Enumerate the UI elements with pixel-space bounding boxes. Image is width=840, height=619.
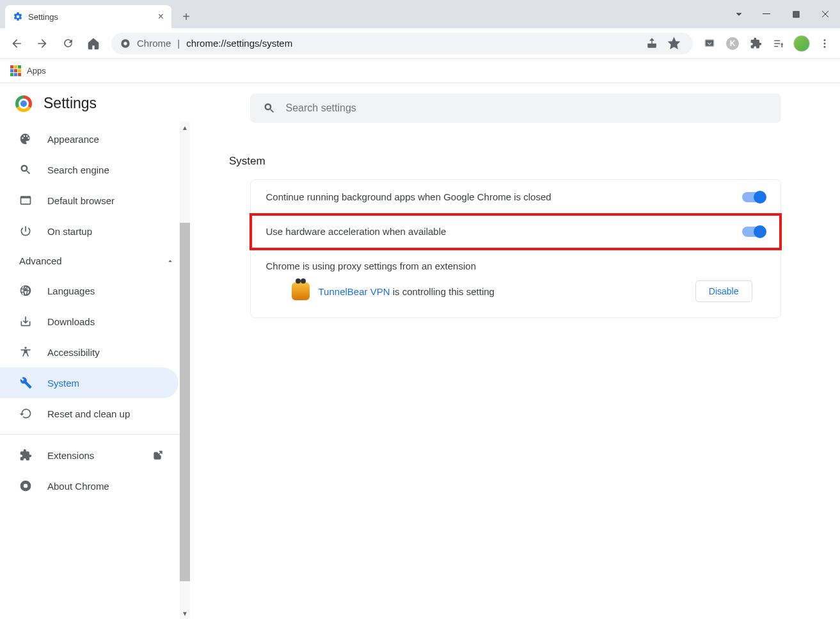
disable-button[interactable]: Disable bbox=[695, 280, 752, 302]
extension-name-link[interactable]: TunnelBear VPN bbox=[319, 286, 390, 297]
share-icon[interactable] bbox=[642, 33, 662, 54]
reading-list-icon[interactable] bbox=[768, 33, 789, 54]
globe-icon bbox=[19, 284, 32, 297]
svg-marker-7 bbox=[669, 38, 679, 49]
address-url: chrome://settings/system bbox=[186, 38, 292, 49]
sidebar-item-label: Downloads bbox=[47, 316, 95, 327]
tab-title: Settings bbox=[28, 12, 58, 22]
sidebar-item-label: Appearance bbox=[47, 134, 99, 145]
sidebar-scrollbar[interactable]: ▲ ▼ bbox=[180, 122, 190, 619]
sidebar-item-label: Default browser bbox=[47, 195, 115, 206]
external-link-icon bbox=[153, 450, 163, 460]
row-label: Chrome is using proxy settings from an e… bbox=[266, 261, 765, 271]
settings-heading: Settings bbox=[44, 95, 97, 112]
search-icon bbox=[263, 102, 276, 115]
toolbar: Chrome | chrome://settings/system K bbox=[0, 28, 840, 59]
sidebar-item-default-browser[interactable]: Default browser bbox=[0, 185, 178, 216]
window-controls bbox=[726, 0, 840, 28]
svg-point-18 bbox=[24, 484, 28, 488]
row-hardware-accel: Use hardware acceleration when available bbox=[251, 214, 781, 249]
pocket-icon[interactable] bbox=[699, 33, 720, 54]
power-icon bbox=[19, 225, 32, 237]
search-input[interactable] bbox=[286, 102, 768, 114]
sidebar-item-accessibility[interactable]: Accessibility bbox=[0, 337, 178, 367]
sidebar-scroll[interactable]: Appearance Search engine Default browser… bbox=[0, 124, 190, 619]
reload-button[interactable] bbox=[56, 32, 79, 55]
search-icon bbox=[19, 163, 32, 176]
settings-sidebar: Settings Appearance Search engine Defaul… bbox=[0, 83, 191, 619]
toggle-background-apps[interactable] bbox=[742, 192, 765, 202]
extension-k-icon[interactable]: K bbox=[722, 33, 743, 54]
minimize-button[interactable] bbox=[752, 0, 781, 28]
wrench-icon bbox=[19, 376, 32, 389]
toggle-hardware-accel[interactable] bbox=[742, 227, 765, 237]
close-window-button[interactable] bbox=[811, 0, 840, 28]
search-settings-box[interactable] bbox=[250, 93, 781, 123]
puzzle-icon bbox=[19, 449, 32, 462]
system-card: Continue running background apps when Go… bbox=[250, 179, 781, 318]
chrome-logo-icon bbox=[15, 95, 32, 112]
sidebar-item-downloads[interactable]: Downloads bbox=[0, 306, 178, 337]
sidebar-item-appearance[interactable]: Appearance bbox=[0, 124, 178, 154]
tab-strip: Settings × + bbox=[0, 0, 840, 28]
scroll-down-arrow[interactable]: ▼ bbox=[180, 607, 190, 619]
extensions-puzzle-icon[interactable] bbox=[745, 33, 766, 54]
section-title: System bbox=[229, 155, 760, 168]
extension-tail-text: is controlling this setting bbox=[390, 286, 495, 297]
sidebar-section-advanced[interactable]: Advanced bbox=[0, 246, 190, 275]
home-button[interactable] bbox=[82, 32, 105, 55]
sidebar-item-languages[interactable]: Languages bbox=[0, 275, 178, 306]
sidebar-item-search-engine[interactable]: Search engine bbox=[0, 154, 178, 185]
address-bar[interactable]: Chrome | chrome://settings/system bbox=[111, 33, 693, 54]
settings-main: System Continue running background apps … bbox=[191, 83, 840, 619]
browser-icon bbox=[19, 194, 32, 207]
sidebar-title: Settings bbox=[0, 83, 190, 124]
chrome-menu-icon[interactable] bbox=[814, 33, 835, 54]
sidebar-item-label: About Chrome bbox=[47, 481, 109, 492]
proxy-extension-row: TunnelBear VPN is controlling this setti… bbox=[266, 280, 765, 306]
apps-label[interactable]: Apps bbox=[27, 66, 46, 76]
row-label: Use hardware acceleration when available bbox=[266, 226, 447, 237]
sidebar-divider bbox=[0, 434, 190, 435]
scrollbar-thumb[interactable] bbox=[180, 223, 190, 581]
sidebar-item-system[interactable]: System bbox=[0, 367, 178, 398]
chevron-down-icon[interactable] bbox=[726, 0, 752, 28]
accessibility-icon bbox=[19, 346, 32, 358]
bookmark-star-icon[interactable] bbox=[663, 33, 684, 54]
sidebar-item-reset[interactable]: Reset and clean up bbox=[0, 398, 178, 429]
sidebar-item-extensions[interactable]: Extensions bbox=[0, 440, 178, 470]
sidebar-item-label: Extensions bbox=[47, 450, 94, 461]
browser-tab[interactable]: Settings × bbox=[5, 5, 171, 28]
row-background-apps: Continue running background apps when Go… bbox=[251, 180, 781, 214]
sidebar-item-label: Search engine bbox=[47, 165, 109, 175]
address-actions bbox=[642, 33, 684, 54]
profile-avatar[interactable] bbox=[791, 33, 812, 54]
scroll-up-arrow[interactable]: ▲ bbox=[180, 122, 190, 133]
content-area: Settings Appearance Search engine Defaul… bbox=[0, 83, 840, 619]
download-icon bbox=[19, 315, 32, 328]
maximize-button[interactable] bbox=[781, 0, 811, 28]
close-tab-icon[interactable]: × bbox=[158, 11, 164, 22]
sidebar-item-label: Languages bbox=[47, 285, 95, 296]
address-divider: | bbox=[177, 38, 180, 49]
chrome-icon bbox=[19, 479, 32, 492]
chrome-page-icon bbox=[120, 38, 131, 49]
new-tab-button[interactable]: + bbox=[177, 7, 196, 26]
sidebar-item-label: Reset and clean up bbox=[47, 408, 130, 419]
sidebar-item-about[interactable]: About Chrome bbox=[0, 470, 178, 501]
advanced-label: Advanced bbox=[19, 255, 62, 266]
apps-grid-icon[interactable] bbox=[10, 65, 22, 77]
row-proxy: Chrome is using proxy settings from an e… bbox=[251, 249, 781, 318]
restore-icon bbox=[19, 407, 32, 420]
svg-point-13 bbox=[824, 39, 826, 41]
sidebar-item-label: Accessibility bbox=[47, 347, 100, 358]
chevron-up-icon bbox=[166, 257, 175, 266]
forward-button[interactable] bbox=[31, 32, 54, 55]
address-scheme: Chrome bbox=[137, 38, 171, 49]
sidebar-item-label: On startup bbox=[47, 226, 92, 237]
sidebar-item-on-startup[interactable]: On startup bbox=[0, 216, 178, 246]
svg-point-5 bbox=[123, 42, 127, 45]
back-button[interactable] bbox=[5, 32, 28, 55]
svg-point-15 bbox=[824, 45, 826, 47]
svg-rect-0 bbox=[763, 13, 770, 14]
